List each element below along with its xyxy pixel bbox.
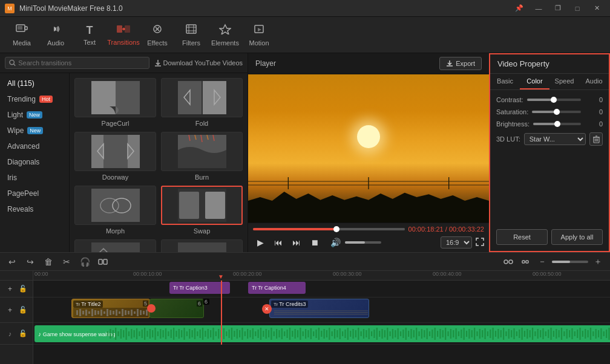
caption4-label: Tr Caption4 bbox=[258, 285, 286, 291]
contrast-thumb[interactable] bbox=[551, 97, 557, 103]
category-all[interactable]: All (115) bbox=[0, 76, 69, 91]
close-button[interactable]: ✕ bbox=[588, 0, 605, 17]
tab-audio[interactable]: Audio bbox=[579, 74, 609, 89]
category-trending[interactable]: Trending Hot bbox=[0, 91, 69, 107]
timeline-record-button[interactable] bbox=[501, 255, 516, 269]
brightness-thumb[interactable] bbox=[554, 121, 560, 127]
aspect-ratio-select[interactable]: 16:9 4:3 1:1 bbox=[441, 236, 472, 249]
category-iris[interactable]: Iris bbox=[0, 170, 69, 186]
svg-rect-174 bbox=[339, 328, 341, 339]
category-wipe[interactable]: Wipe New bbox=[0, 123, 69, 138]
svg-rect-117 bbox=[189, 329, 190, 339]
cut-button[interactable]: ✂ bbox=[59, 255, 74, 269]
audio-label: Audio bbox=[47, 39, 64, 47]
lut-select[interactable]: Star W... bbox=[524, 133, 586, 145]
timeline-scroll-area[interactable]: 00:00 00:00:10:00 00:00:20:00 00:00:30:0… bbox=[33, 271, 610, 364]
tab-basic[interactable]: Basic bbox=[490, 74, 520, 89]
prev-frame-button[interactable]: ⏮ bbox=[271, 235, 286, 250]
category-pagepeel[interactable]: PagePeel bbox=[0, 186, 69, 201]
toolbar-motion[interactable]: Motion bbox=[242, 19, 276, 51]
apply-all-button[interactable]: Apply to all bbox=[551, 229, 603, 245]
caption-add-button[interactable]: + bbox=[5, 284, 16, 294]
trending-badge: Hot bbox=[39, 96, 53, 103]
toolbar-elements[interactable]: Elements bbox=[208, 19, 242, 51]
pin-button[interactable]: 📌 bbox=[511, 0, 528, 17]
svg-rect-76 bbox=[128, 311, 130, 314]
caption4-chip[interactable]: Tr Tr Caption4 bbox=[248, 282, 306, 294]
brightness-slider[interactable] bbox=[533, 123, 581, 125]
svg-rect-96 bbox=[134, 330, 135, 337]
svg-rect-130 bbox=[223, 328, 225, 339]
playhead[interactable] bbox=[221, 281, 222, 345]
fullscreen-button[interactable] bbox=[476, 238, 484, 248]
toolbar-effects[interactable]: Effects bbox=[140, 19, 174, 51]
svg-rect-270 bbox=[592, 331, 594, 336]
transition-burn[interactable]: Burn bbox=[161, 132, 243, 181]
volume-button[interactable]: 🔊 bbox=[328, 235, 343, 250]
transition-marker-2[interactable]: ✕ bbox=[262, 304, 272, 314]
lut-delete-button[interactable] bbox=[589, 132, 603, 146]
transition-pagecurl[interactable]: PageCurl bbox=[74, 78, 156, 127]
credits3-clip[interactable]: Tr Tr Credits3 bbox=[269, 299, 369, 318]
play-button[interactable]: ▶ bbox=[253, 235, 267, 250]
player-header: Player Export bbox=[248, 53, 489, 74]
clip2[interactable]: 6 bbox=[149, 299, 204, 318]
restore-button[interactable]: ❐ bbox=[549, 0, 566, 17]
delete-button[interactable]: 🗑 bbox=[41, 255, 56, 269]
toolbar-media[interactable]: Media bbox=[5, 19, 39, 51]
svg-rect-249 bbox=[537, 329, 539, 339]
transition-morph[interactable]: Morph bbox=[74, 186, 156, 235]
undo-button[interactable]: ↩ bbox=[5, 255, 19, 269]
tab-color[interactable]: Color bbox=[520, 74, 549, 89]
transition-fold[interactable]: Fold bbox=[161, 78, 243, 127]
redo-button[interactable]: ↪ bbox=[23, 255, 38, 269]
search-input[interactable] bbox=[18, 59, 145, 67]
saturation-thumb[interactable] bbox=[554, 109, 560, 115]
transition-swap[interactable]: Swap bbox=[161, 186, 243, 235]
maximize-button[interactable]: □ bbox=[569, 0, 586, 17]
svg-rect-41 bbox=[178, 242, 226, 252]
progress-bar[interactable] bbox=[253, 228, 405, 230]
toolbar-text[interactable]: T Text bbox=[73, 19, 107, 51]
transition-extra2[interactable] bbox=[161, 239, 243, 252]
saturation-slider[interactable] bbox=[532, 111, 581, 113]
category-light[interactable]: Light New bbox=[0, 107, 69, 123]
title2-clip[interactable]: Tr Tr Title2 5 bbox=[71, 299, 150, 318]
category-diagonals[interactable]: Diagonals bbox=[0, 154, 69, 170]
reset-button[interactable]: Reset bbox=[496, 229, 548, 245]
split-button[interactable] bbox=[96, 255, 110, 269]
timeline-snap-button[interactable] bbox=[518, 255, 533, 269]
svg-rect-136 bbox=[239, 330, 240, 337]
toolbar-audio[interactable]: Audio bbox=[39, 19, 73, 51]
video-lock-button[interactable]: 🔓 bbox=[18, 305, 28, 316]
video-add-button[interactable]: + bbox=[5, 305, 16, 316]
caption-lock-button[interactable]: 🔓 bbox=[18, 284, 28, 294]
category-reveals[interactable]: Reveals bbox=[0, 201, 69, 217]
search-transitions-box[interactable] bbox=[5, 57, 149, 69]
minimize-button[interactable]: — bbox=[530, 0, 547, 17]
category-advanced[interactable]: Advanced bbox=[0, 138, 69, 154]
next-frame-button[interactable]: ⏭ bbox=[289, 235, 304, 250]
zoom-slider[interactable] bbox=[552, 261, 588, 263]
audio-lock-button[interactable]: 🔓 bbox=[18, 328, 28, 339]
progress-thumb[interactable] bbox=[333, 226, 339, 232]
toolbar-transitions[interactable]: Transitions bbox=[107, 19, 140, 51]
toolbar-filters[interactable]: Filters bbox=[174, 19, 208, 51]
zoom-in-button[interactable]: ＋ bbox=[591, 255, 605, 269]
volume-slider[interactable] bbox=[345, 241, 381, 244]
player-title: Player bbox=[255, 59, 276, 68]
stop-button[interactable]: ⏹ bbox=[307, 235, 322, 250]
transition-doorway[interactable]: Doorway bbox=[74, 132, 156, 181]
tab-speed[interactable]: Speed bbox=[549, 74, 579, 89]
audio-clip[interactable]: ♪ Game show suspense waiting bbox=[34, 325, 610, 342]
contrast-slider[interactable] bbox=[527, 99, 581, 101]
export-button[interactable]: Export bbox=[439, 57, 482, 70]
transition-extra1[interactable] bbox=[74, 239, 156, 252]
headphones-button[interactable]: 🎧 bbox=[77, 255, 92, 269]
transition-marker-1[interactable] bbox=[147, 304, 156, 313]
category-light-label: Light bbox=[7, 111, 23, 119]
download-youtube-link[interactable]: Download YouTube Videos bbox=[154, 59, 243, 67]
contrast-value: 0 bbox=[585, 96, 603, 103]
svg-rect-137 bbox=[241, 328, 243, 340]
zoom-out-button[interactable]: － bbox=[535, 255, 549, 269]
